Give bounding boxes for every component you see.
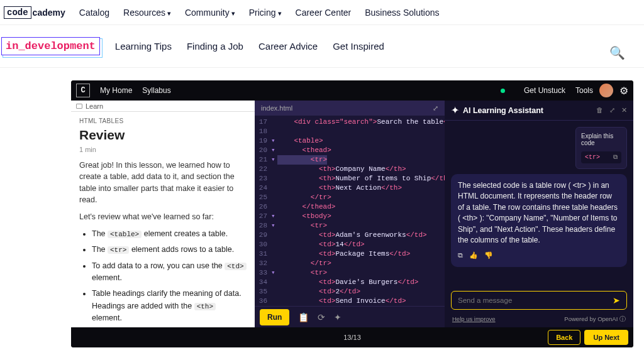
logo-text: cademy xyxy=(31,8,65,18)
close-icon[interactable]: ✕ xyxy=(621,106,627,114)
ai-header: ✦ AI Learning Assistant 🗑 ⤢ ✕ xyxy=(445,101,633,121)
get-unstuck[interactable]: Get Unstuck xyxy=(524,86,565,95)
brand-box[interactable]: in_development xyxy=(1,37,100,55)
list-item: The <table> element creates a table. xyxy=(92,228,247,240)
nav-catalog[interactable]: Catalog xyxy=(79,8,109,18)
top-nav: codecademy Catalog Resources Community P… xyxy=(0,0,644,25)
sparkle-icon: ✦ xyxy=(451,104,459,116)
gear-icon[interactable]: ⚙ xyxy=(619,85,628,97)
trash-icon[interactable]: 🗑 xyxy=(596,106,603,114)
copy-icon[interactable]: ⧉ xyxy=(458,251,463,261)
subnav-finding-job[interactable]: Finding a Job xyxy=(187,41,243,52)
syllabus[interactable]: Syllabus xyxy=(142,86,170,95)
nav-community[interactable]: Community xyxy=(185,8,235,18)
learn-tab[interactable]: Learn xyxy=(71,101,255,112)
learn-label: Learn xyxy=(86,102,103,110)
sub-nav: in_development Learning Tips Finding a J… xyxy=(0,25,644,68)
code-editor[interactable]: 17 <div class="search">Search the table<… xyxy=(255,116,445,306)
subnav-learning-tips[interactable]: Learning Tips xyxy=(115,41,172,52)
nav-business[interactable]: Business Solutions xyxy=(365,8,439,18)
list-item: Table headings clarify the meaning of da… xyxy=(92,288,247,324)
prompt-card[interactable]: Explain this code <tr>⧉ xyxy=(575,127,627,169)
nav-pricing[interactable]: Pricing xyxy=(249,8,282,18)
ai-message-text: The selected code is a table row ( <tr> … xyxy=(458,181,618,244)
ai-message: The selected code is a table row ( <tr> … xyxy=(451,174,627,267)
status-dot xyxy=(501,89,505,93)
copy-icon[interactable]: ⧉ xyxy=(613,154,618,161)
nav-career-center[interactable]: Career Center xyxy=(296,8,352,18)
nav-resources[interactable]: Resources xyxy=(123,8,171,18)
app-footer: 13/13 Back Up Next xyxy=(71,327,633,347)
file-tab[interactable]: index.html xyxy=(261,104,292,112)
lesson-para1: Great job! In this lesson, we learned ho… xyxy=(79,160,247,205)
search-icon[interactable]: 🔍 xyxy=(609,45,625,60)
send-icon[interactable]: ➤ xyxy=(613,295,620,305)
list-item: To add data to a row, you can use the <t… xyxy=(92,260,247,285)
lesson-para2: Let's review what we've learned so far: xyxy=(79,211,247,222)
help-link[interactable]: Help us improve xyxy=(452,315,496,324)
run-button[interactable]: Run xyxy=(260,309,289,325)
ai-input-box[interactable]: ➤ xyxy=(451,291,627,310)
lesson-title: Review xyxy=(79,128,247,143)
lesson-panel: Learn HTML TABLES Review 1 min Great job… xyxy=(71,101,255,327)
thumbs-up-icon[interactable]: 👍 xyxy=(469,251,478,261)
ai-assistant-panel: ✦ AI Learning Assistant 🗑 ⤢ ✕ Explain th… xyxy=(445,101,633,327)
copy-icon[interactable]: 📋 xyxy=(298,312,309,322)
tools-menu[interactable]: Tools xyxy=(575,86,593,95)
logo[interactable]: codecademy xyxy=(4,6,65,19)
thumbs-down-icon[interactable]: 👎 xyxy=(484,251,493,261)
editor-footer: Run 📋 ⟳ ✦ xyxy=(255,306,445,327)
prompt-label: Explain this code xyxy=(581,133,621,146)
codecademy-icon[interactable]: C xyxy=(76,84,90,97)
progress-text: 13/13 xyxy=(343,334,361,341)
subnav-get-inspired[interactable]: Get Inspired xyxy=(333,41,384,52)
ai-title: AI Learning Assistant xyxy=(463,106,543,115)
info-icon[interactable]: ⓘ xyxy=(619,315,626,322)
next-button[interactable]: Up Next xyxy=(584,330,628,345)
list-item: The <tr> element adds rows to a table. xyxy=(92,244,247,256)
ai-message-input[interactable] xyxy=(458,297,613,304)
my-home[interactable]: My Home xyxy=(100,86,132,95)
lesson-time: 1 min xyxy=(79,146,247,153)
powered-by: Powered by OpenAI xyxy=(564,315,618,322)
lesson-category: HTML TABLES xyxy=(79,117,247,124)
expand-icon[interactable]: ⤢ xyxy=(609,106,615,114)
avatar[interactable] xyxy=(599,84,613,97)
lesson-bullets: The <table> element creates a table. The… xyxy=(79,228,247,327)
subnav-career-advice[interactable]: Career Advice xyxy=(258,41,318,52)
code-editor-panel: index.html ⤢ 17 <div class="search">Sear… xyxy=(255,101,445,327)
app-bar: C My Home Syllabus Get Unstuck Tools ⚙ xyxy=(71,80,633,101)
refresh-icon[interactable]: ⟳ xyxy=(318,312,325,322)
back-button[interactable]: Back xyxy=(548,330,580,345)
book-icon xyxy=(76,104,82,109)
logo-box: code xyxy=(4,6,31,19)
expand-icon[interactable]: ⤢ xyxy=(433,104,438,112)
prompt-code: <tr> xyxy=(585,154,600,161)
learning-app: C My Home Syllabus Get Unstuck Tools ⚙ L… xyxy=(71,80,633,347)
editor-tab-bar: index.html ⤢ xyxy=(255,101,445,116)
sparkle-icon[interactable]: ✦ xyxy=(334,312,341,322)
